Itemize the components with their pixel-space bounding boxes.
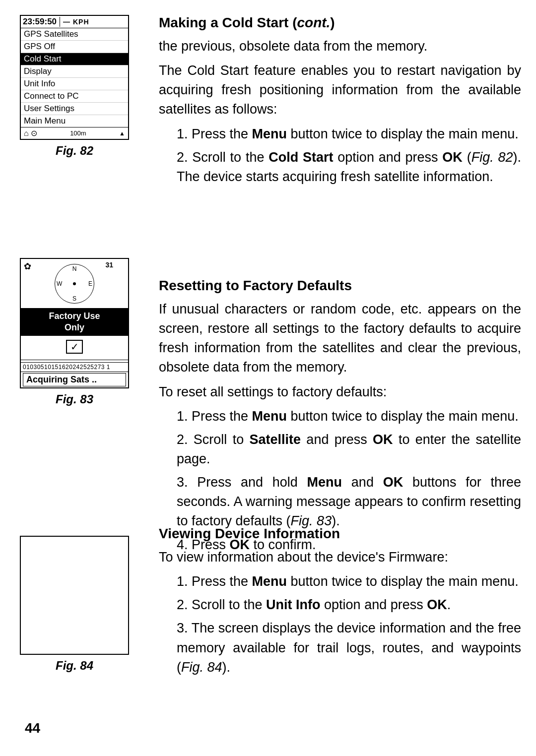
device-info-step3: 3. The screen displays the device inform… <box>177 619 521 677</box>
factory-step1: 1. Press the Menu button twice to displa… <box>177 407 521 426</box>
sat-number: 31 <box>105 261 113 269</box>
scale-label: 100m <box>70 129 86 137</box>
screen-speed: — KPH <box>63 18 89 26</box>
device-screen-83: ✿ 31 N S E W Factory Use Only ✓ 01030510… <box>20 258 129 388</box>
menu-item-connect-pc[interactable]: Connect to PC <box>21 90 128 103</box>
compass-e: E <box>88 280 92 287</box>
serial-number: 01030510151620242525273 1 <box>21 362 128 372</box>
fig82-block: 23:59:50 — KPH GPS Satellites GPS Off Co… <box>20 15 129 168</box>
device-screen-82: 23:59:50 — KPH GPS Satellites GPS Off Co… <box>20 15 129 140</box>
factory-step3: 3. Press and hold Menu and OK buttons fo… <box>177 473 521 531</box>
menu-item-unit-info[interactable]: Unit Info <box>21 78 128 90</box>
menu-item-main-menu[interactable]: Main Menu <box>21 115 128 127</box>
fig83-block: ✿ 31 N S E W Factory Use Only ✓ 01030510… <box>20 243 129 416</box>
device-info-section: Viewing Device Information To view infor… <box>159 526 521 681</box>
screen-footer-82: ⌂ ⊙ 100m ▲ <box>21 127 128 139</box>
menu-item-user-settings[interactable]: User Settings <box>21 103 128 115</box>
gear-icon: ⊙ <box>31 128 37 138</box>
factory-defaults-section: Resetting to Factory Defaults If unusual… <box>159 278 521 559</box>
acquiring-sats: Acquiring Sats .. <box>23 373 126 386</box>
device-info-step2: 2. Scroll to the Unit Info option and pr… <box>177 595 521 615</box>
cold-start-title: Making a Cold Start (cont.) <box>159 15 521 31</box>
fig84-block: Fig. 84 <box>20 521 129 683</box>
fig83-label: Fig. 83 <box>20 392 129 406</box>
footer-icons: ⌂ ⊙ <box>24 128 37 138</box>
screen-header-82: 23:59:50 — KPH <box>21 16 128 28</box>
page-number: 44 <box>25 720 40 736</box>
menu-item-gps-off[interactable]: GPS Off <box>21 41 128 53</box>
cold-start-para1: the previous, obsolete data from the mem… <box>159 37 521 56</box>
satellite-display: ✿ 31 N S E W <box>21 259 128 309</box>
compass-n: N <box>72 265 77 272</box>
check-box: ✓ <box>66 340 83 354</box>
factory-defaults-para1: If unusual characters or random code, et… <box>159 300 521 378</box>
factory-defaults-title: Resetting to Factory Defaults <box>159 278 521 294</box>
factory-use-box: Factory Use Only <box>21 309 128 336</box>
device-info-intro: To view information about the device's F… <box>159 548 521 567</box>
device-screen-84 <box>20 536 129 655</box>
fig84-label: Fig. 84 <box>20 659 129 673</box>
factory-step2: 2. Scroll to Satellite and press OK to e… <box>177 430 521 469</box>
scale-triangle: ▲ <box>119 130 125 137</box>
house-icon: ⌂ <box>24 129 29 138</box>
fig82-label: Fig. 82 <box>20 144 129 158</box>
factory-defaults-intro: To reset all settings to factory default… <box>159 382 521 402</box>
screen-time: 23:59:50 <box>23 17 60 27</box>
cold-start-para2: The Cold Start feature enables you to re… <box>159 61 521 119</box>
cold-start-step1: 1. Press the Menu button twice to displa… <box>177 125 521 144</box>
menu-item-cold-start[interactable]: Cold Start <box>21 53 128 65</box>
compass-dot <box>73 282 76 285</box>
check-box-container: ✓ <box>21 336 128 358</box>
menu-item-display[interactable]: Display <box>21 65 128 78</box>
compass-s: S <box>72 295 76 302</box>
device-info-title: Viewing Device Information <box>159 526 521 542</box>
cold-start-step2: 2. Scroll to the Cold Start option and p… <box>177 148 521 187</box>
factory-line2: Only <box>65 322 84 332</box>
menu-item-gps-satellites[interactable]: GPS Satellites <box>21 28 128 41</box>
device-info-step1: 1. Press the Menu button twice to displa… <box>177 572 521 591</box>
cold-start-section: Making a Cold Start (cont.) the previous… <box>159 15 521 190</box>
factory-line1: Factory Use <box>49 311 100 321</box>
separator <box>21 360 128 360</box>
sun-icon: ✿ <box>24 261 31 272</box>
compass-circle: N S E W <box>55 264 94 304</box>
compass-w: W <box>57 280 62 287</box>
